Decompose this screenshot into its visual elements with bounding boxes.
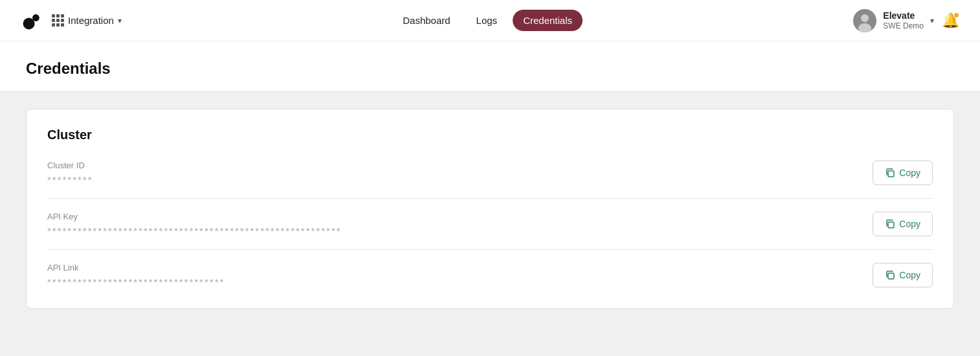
svg-rect-7 (888, 273, 894, 279)
integration-label: Integration (68, 15, 114, 26)
nav-links: Dashboard Logs Credentials (392, 10, 583, 31)
copy-api-key-label: Copy (899, 219, 920, 229)
voiceflow-logo-icon (21, 9, 44, 32)
credential-row-api-key: API Key ********************************… (47, 212, 933, 250)
user-name: Elevate (883, 10, 924, 21)
api-link-label: API Link (47, 263, 857, 273)
user-subtitle: SWE Demo (883, 21, 924, 30)
user-info: Elevate SWE Demo (883, 10, 924, 30)
card-title: Cluster (47, 128, 933, 142)
user-chevron-icon: ▾ (930, 16, 934, 25)
avatar (853, 9, 876, 32)
copy-cluster-id-button[interactable]: Copy (873, 161, 933, 185)
page-header: Credentials (0, 41, 980, 91)
copy-api-link-button[interactable]: Copy (873, 263, 933, 287)
integration-chevron-icon: ▾ (118, 16, 122, 25)
api-key-value: ****************************************… (47, 225, 857, 236)
copy-api-link-label: Copy (899, 270, 920, 280)
nav-link-dashboard[interactable]: Dashboard (392, 10, 460, 31)
cluster-id-field: Cluster ID ********* (47, 161, 857, 185)
main-area: Cluster Cluster ID ********* Copy API Ke… (0, 91, 980, 356)
nav-right: Elevate SWE Demo ▾ 🔔 (853, 9, 959, 32)
logo[interactable] (21, 9, 44, 32)
api-link-value: *********************************** (47, 276, 857, 287)
notification-bell[interactable]: 🔔 (942, 12, 959, 29)
grid-icon (52, 14, 64, 27)
credential-row-api-link: API Link *******************************… (47, 263, 933, 287)
page-title: Credentials (26, 60, 954, 91)
avatar-image (853, 9, 876, 32)
cluster-id-label: Cluster ID (47, 161, 857, 170)
cluster-id-value: ********* (47, 174, 857, 185)
api-key-field: API Key ********************************… (47, 212, 857, 236)
copy-icon (885, 219, 895, 229)
nav-link-credentials[interactable]: Credentials (513, 10, 583, 31)
credential-row-cluster-id: Cluster ID ********* Copy (47, 161, 933, 199)
navbar: Integration ▾ Dashboard Logs Credentials… (0, 0, 980, 41)
notification-badge (953, 12, 959, 18)
cluster-card: Cluster Cluster ID ********* Copy API Ke… (26, 109, 954, 309)
svg-point-1 (32, 14, 39, 21)
nav-link-logs[interactable]: Logs (466, 10, 508, 31)
copy-icon (885, 270, 895, 280)
copy-cluster-id-label: Copy (899, 168, 920, 178)
api-key-label: API Key (47, 212, 857, 221)
user-menu[interactable]: Elevate SWE Demo ▾ (853, 9, 934, 32)
svg-rect-6 (888, 222, 894, 228)
copy-api-key-button[interactable]: Copy (873, 212, 933, 236)
api-link-field: API Link *******************************… (47, 263, 857, 287)
integration-menu[interactable]: Integration ▾ (52, 14, 122, 27)
copy-icon (885, 168, 895, 178)
svg-point-3 (861, 14, 869, 22)
svg-rect-5 (888, 171, 894, 177)
